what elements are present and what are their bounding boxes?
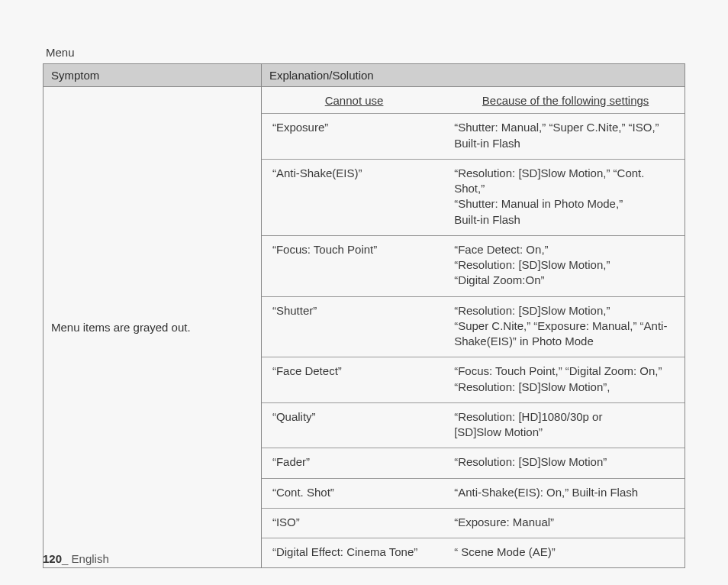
- symptom-cell: Menu items are grayed out.: [43, 87, 262, 568]
- cannot-use-item: “Anti-Shake(EIS)”: [262, 159, 443, 235]
- cannot-use-item: “Focus: Touch Point”: [262, 235, 443, 296]
- cannot-use-item: “Fader”: [262, 448, 443, 478]
- inner-subheader: Cannot use Because of the following sett…: [262, 87, 685, 114]
- sub-cannot-use: Cannot use: [262, 87, 443, 114]
- explanation-inner-table: Cannot use Because of the following sett…: [262, 87, 685, 567]
- because-reason: “Focus: Touch Point,” “Digital Zoom: On,…: [443, 357, 685, 403]
- because-reason: “Face Detect: On,” “Resolution: [SD]Slow…: [443, 235, 685, 296]
- inner-row: “Anti-Shake(EIS)”“Resolution: [SD]Slow M…: [262, 159, 685, 235]
- because-reason: “Anti-Shake(EIS): On,” Built-in Flash: [443, 478, 685, 508]
- cannot-use-item: “Exposure”: [262, 114, 443, 160]
- col-explanation-header: Explanation/Solution: [261, 64, 685, 87]
- table-body-row: Menu items are grayed out. Cannot use Be…: [43, 87, 685, 568]
- inner-row: “Cont. Shot”“Anti-Shake(EIS): On,” Built…: [262, 478, 685, 508]
- cannot-use-item: “ISO”: [262, 508, 443, 538]
- because-reason: “ Scene Mode (AE)”: [443, 538, 685, 568]
- inner-row: “Exposure”“Shutter: Manual,” “Super C.Ni…: [262, 114, 685, 160]
- because-reason: “Exposure: Manual”: [443, 508, 685, 538]
- page-number: 120: [43, 552, 62, 565]
- sub-because: Because of the following settings: [443, 87, 685, 114]
- because-reason: “Shutter: Manual,” “Super C.Nite,” “ISO,…: [443, 114, 685, 160]
- table-header-row: Symptom Explanation/Solution: [43, 64, 685, 87]
- because-reason: “Resolution: [HD]1080/30p or [SD]Slow Mo…: [443, 402, 685, 448]
- footer-lang: English: [72, 552, 109, 565]
- col-symptom-header: Symptom: [43, 64, 262, 87]
- explanation-cell: Cannot use Because of the following sett…: [261, 87, 685, 568]
- cannot-use-item: “Face Detect”: [262, 357, 443, 403]
- troubleshooting-table: Symptom Explanation/Solution Menu items …: [43, 63, 685, 568]
- because-reason: “Resolution: [SD]Slow Motion”: [443, 448, 685, 478]
- cannot-use-item: “Shutter”: [262, 296, 443, 357]
- inner-row: “Face Detect”“Focus: Touch Point,” “Digi…: [262, 357, 685, 403]
- inner-row: “Fader”“Resolution: [SD]Slow Motion”: [262, 448, 685, 478]
- cannot-use-item: “Digital Effect: Cinema Tone”: [262, 538, 443, 568]
- cannot-use-item: “Cont. Shot”: [262, 478, 443, 508]
- section-title: Menu: [43, 46, 685, 59]
- inner-row: “Quality”“Resolution: [HD]1080/30p or [S…: [262, 402, 685, 448]
- because-reason: “Resolution: [SD]Slow Motion,” “Cont. Sh…: [443, 159, 685, 235]
- inner-row: “Focus: Touch Point”“Face Detect: On,” “…: [262, 235, 685, 296]
- page-footer: 120_ English: [43, 552, 109, 565]
- inner-row: “Digital Effect: Cinema Tone”“ Scene Mod…: [262, 538, 685, 568]
- because-reason: “Resolution: [SD]Slow Motion,” “Super C.…: [443, 296, 685, 357]
- manual-page: Menu Symptom Explanation/Solution Menu i…: [0, 0, 728, 585]
- inner-row: “Shutter”“Resolution: [SD]Slow Motion,” …: [262, 296, 685, 357]
- footer-sep: _: [62, 552, 72, 565]
- inner-row: “ISO”“Exposure: Manual”: [262, 508, 685, 538]
- cannot-use-item: “Quality”: [262, 402, 443, 448]
